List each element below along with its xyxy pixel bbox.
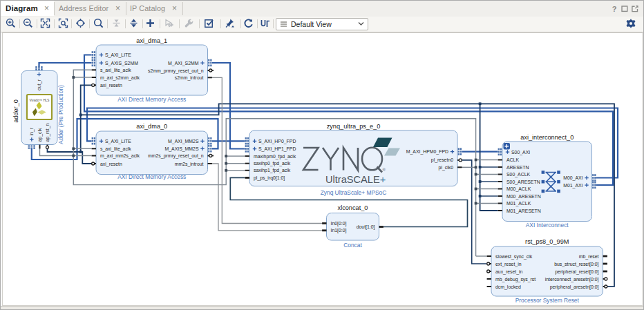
net-pl-resetn0[interactable] (462, 160, 486, 264)
zoom-in-button[interactable] (4, 18, 17, 30)
block-axi_dma_1[interactable]: axi_dma_1AXI Direct Memory AccessS_AXI_L… (92, 37, 214, 103)
regenerate-layout-button[interactable] (258, 18, 272, 30)
port-label[interactable]: M_AXI_MM2S (168, 139, 199, 144)
pin-selection-button[interactable] (223, 18, 236, 30)
view-selector-dropdown[interactable]: Default View (276, 18, 368, 30)
collapse-blocks-button[interactable] (110, 18, 123, 30)
refresh-layout-button[interactable] (242, 18, 255, 30)
tab-ip-catalog[interactable]: IP Catalog× (126, 1, 182, 16)
port-label[interactable]: M_AXIS_MM2S (164, 146, 198, 152)
port-label[interactable]: In0[0:0] (331, 221, 347, 226)
port-label[interactable]: axi_resetn (100, 162, 122, 167)
tab-close-icon[interactable]: × (44, 4, 49, 12)
tab-address-editor[interactable]: Address Editor× (54, 1, 126, 16)
port-label[interactable]: S00_ARESETN (506, 180, 540, 185)
port-label[interactable]: mb_debug_sys_rst (495, 277, 536, 282)
block-axi_dma_0[interactable]: axi_dma_0AXI Direct Memory AccessS_AXI_L… (92, 123, 214, 180)
port-label[interactable]: peripheral_aresetn[0:0] (550, 284, 599, 290)
port-label[interactable]: s2mm_prmry_reset_out_n (148, 68, 204, 74)
port-label[interactable]: slowest_sync_clk (495, 254, 533, 260)
interface-stub-icon (92, 54, 93, 56)
net-periph-aresetn-dma1[interactable] (81, 85, 92, 115)
tab-diagram[interactable]: Diagram× (1, 1, 54, 16)
help-icon[interactable]: ? (611, 3, 618, 16)
port-label[interactable]: maxihpm0_fpd_aclk (254, 154, 296, 159)
junction-dot (475, 173, 477, 176)
active-low-bubble (209, 69, 212, 72)
port-label[interactable]: M01_AXI (563, 183, 583, 188)
port-label[interactable]: M01_ARESETN (506, 209, 541, 214)
port-label[interactable]: mm2s_introut (175, 162, 204, 167)
make-connection-button[interactable] (162, 18, 176, 30)
port-label[interactable]: aux_reset_in (495, 269, 523, 275)
port-label[interactable]: axi_resetn (100, 83, 122, 88)
port-label[interactable]: out_r (37, 79, 42, 90)
zoom-out-button[interactable] (21, 18, 35, 30)
tab-close-icon[interactable]: × (172, 4, 177, 12)
port-label[interactable]: mm2s_prmry_reset_out_n (148, 153, 204, 159)
port-label[interactable]: interconnect_aresetn[0:0] (545, 277, 599, 282)
diagram-canvas[interactable]: axi_dma_1AXI Direct Memory AccessS_AXI_L… (1, 32, 644, 306)
port-label[interactable]: s_axi_lite_aclk (100, 146, 131, 152)
port-label[interactable]: bus_struct_reset[0:0] (554, 262, 598, 267)
junction-dot (225, 162, 227, 165)
port-label[interactable]: S_AXI_LITE (105, 52, 131, 58)
tab-close-icon[interactable]: × (115, 4, 120, 12)
port-label[interactable]: dout[1:0] (357, 224, 375, 230)
autofit-selection-button[interactable] (74, 18, 87, 30)
port-label[interactable]: m_axi_s2mm_aclk (100, 75, 140, 81)
block-xlconcat_0[interactable]: xlconcat_0ConcatIn0[0:0]In1[0:0]dout[1:0… (322, 204, 383, 249)
port-label[interactable]: M_AXI_S2MM (168, 61, 199, 66)
port-label[interactable]: s2mm_introut (175, 75, 204, 81)
port-label[interactable]: S_AXIS_S2MM (105, 61, 138, 66)
port-label[interactable]: ext_reset_in (495, 262, 522, 267)
port-label[interactable]: M00_ACLK (506, 186, 531, 192)
block-adder_0[interactable]: adder_0Adder (Pre Production)out_rin_rap… (12, 66, 64, 149)
port-label[interactable]: s_axi_lite_aclk (100, 68, 131, 73)
customize-block-button[interactable] (182, 18, 196, 30)
port-label[interactable]: S00_ACLK (506, 172, 530, 177)
port-label[interactable]: in_r (29, 127, 35, 135)
port-label[interactable]: pl_resetn0 (431, 157, 453, 163)
port-label[interactable]: ap_rst_n (45, 124, 50, 142)
maximize-icon[interactable] (621, 3, 628, 16)
add-ip-button[interactable] (144, 18, 157, 30)
float-icon[interactable] (632, 3, 638, 16)
port-label[interactable]: mb_reset (579, 254, 599, 260)
diagram-toolbar: Default View (1, 17, 643, 32)
port-label[interactable]: saxihp0_fpd_aclk (254, 161, 291, 166)
port-label[interactable]: S_AXI_LITE (105, 139, 131, 144)
zoom-fit-button[interactable] (39, 18, 52, 30)
interface-stub-icon (208, 148, 209, 150)
port-label[interactable]: M01_ACLK (506, 201, 531, 206)
port-label[interactable]: pl_ps_irq0[1:0] (254, 175, 285, 181)
zoom-to-selection-button[interactable] (57, 18, 70, 30)
settings-gear-icon[interactable] (625, 18, 638, 30)
net-periph-aresetn-dma0[interactable] (81, 152, 92, 164)
port-label[interactable]: M_AXI_HPM0_FPD (406, 149, 448, 155)
port-label[interactable]: S_AXI_HP1_FPD (258, 146, 296, 152)
search-button[interactable] (92, 18, 105, 30)
block-zynq_ultra_ps_e_0[interactable]: zynq_ultra_ps_e_0Zynq UltraScale+ MPSoCS… (245, 123, 462, 196)
port-label[interactable]: M00_AXI (563, 175, 583, 181)
net-periph-aresetn-ic[interactable] (480, 104, 498, 211)
port-label[interactable]: S_AXI_HP0_FPD (258, 139, 296, 144)
port-label[interactable]: ACLK (506, 157, 519, 162)
block-axi_interconnect_0[interactable]: axi_interconnect_0AXI InterconnectS00_AX… (498, 134, 596, 229)
port-label[interactable]: dcm_locked (495, 284, 521, 290)
validate-design-button[interactable] (202, 18, 216, 30)
port-label[interactable]: M00_ARESETN (506, 194, 541, 200)
net-m-axi-s2mm[interactable] (212, 63, 245, 149)
port-label[interactable]: m_axi_mm2s_aclk (100, 153, 140, 159)
pin-stub (487, 286, 491, 287)
port-label[interactable]: In1[0:0] (331, 228, 347, 233)
port-label[interactable]: peripheral_reset[0:0] (555, 269, 598, 275)
expand-blocks-button[interactable] (127, 18, 140, 30)
port-label[interactable]: pl_clk0 (439, 165, 454, 171)
port-label[interactable]: ap_clk (37, 128, 43, 142)
net-periph-aresetn-adder[interactable] (48, 149, 81, 152)
block-rst_ps8_0_99M[interactable]: rst_ps8_0_99MProcessor System Resetslowe… (487, 238, 607, 304)
port-label[interactable]: S00_AXI (511, 150, 530, 155)
port-label[interactable]: saxihp1_fpd_aclk (254, 168, 291, 173)
port-label[interactable]: ARESETN (506, 165, 529, 170)
